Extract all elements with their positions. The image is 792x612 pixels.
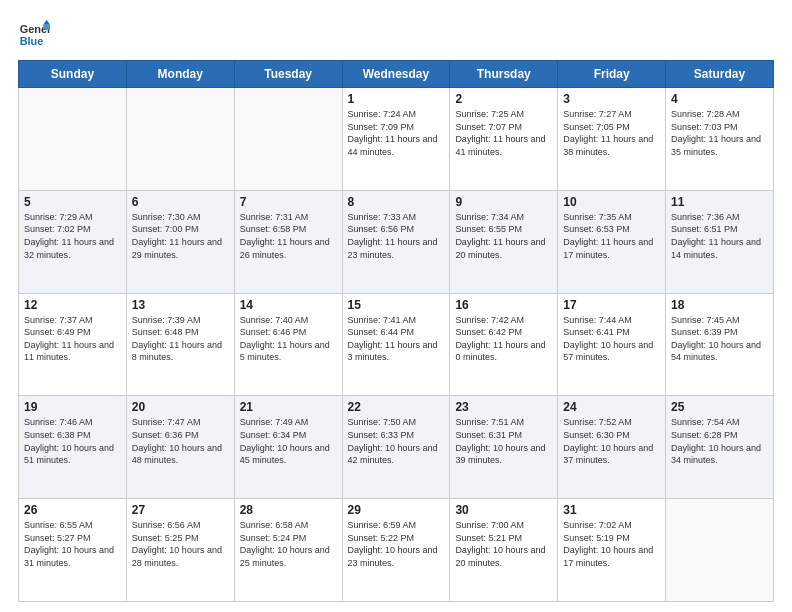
calendar-cell: 18Sunrise: 7:45 AM Sunset: 6:39 PM Dayli…	[666, 293, 774, 396]
weekday-header-friday: Friday	[558, 61, 666, 88]
day-number: 29	[348, 503, 445, 517]
calendar-cell: 28Sunrise: 6:58 AM Sunset: 5:24 PM Dayli…	[234, 499, 342, 602]
calendar-page: General Blue SundayMondayTuesdayWednesda…	[0, 0, 792, 612]
day-number: 3	[563, 92, 660, 106]
calendar-cell: 22Sunrise: 7:50 AM Sunset: 6:33 PM Dayli…	[342, 396, 450, 499]
calendar-cell: 17Sunrise: 7:44 AM Sunset: 6:41 PM Dayli…	[558, 293, 666, 396]
day-info: Sunrise: 7:36 AM Sunset: 6:51 PM Dayligh…	[671, 211, 768, 261]
calendar-cell: 25Sunrise: 7:54 AM Sunset: 6:28 PM Dayli…	[666, 396, 774, 499]
calendar-cell: 23Sunrise: 7:51 AM Sunset: 6:31 PM Dayli…	[450, 396, 558, 499]
day-number: 13	[132, 298, 229, 312]
day-info: Sunrise: 7:50 AM Sunset: 6:33 PM Dayligh…	[348, 416, 445, 466]
day-info: Sunrise: 6:56 AM Sunset: 5:25 PM Dayligh…	[132, 519, 229, 569]
day-info: Sunrise: 7:35 AM Sunset: 6:53 PM Dayligh…	[563, 211, 660, 261]
calendar-cell	[234, 88, 342, 191]
day-info: Sunrise: 7:27 AM Sunset: 7:05 PM Dayligh…	[563, 108, 660, 158]
calendar-cell: 2Sunrise: 7:25 AM Sunset: 7:07 PM Daylig…	[450, 88, 558, 191]
day-info: Sunrise: 6:55 AM Sunset: 5:27 PM Dayligh…	[24, 519, 121, 569]
logo-icon: General Blue	[18, 18, 50, 50]
day-number: 20	[132, 400, 229, 414]
day-info: Sunrise: 7:34 AM Sunset: 6:55 PM Dayligh…	[455, 211, 552, 261]
calendar-cell: 1Sunrise: 7:24 AM Sunset: 7:09 PM Daylig…	[342, 88, 450, 191]
calendar-cell: 8Sunrise: 7:33 AM Sunset: 6:56 PM Daylig…	[342, 190, 450, 293]
day-number: 6	[132, 195, 229, 209]
day-info: Sunrise: 7:00 AM Sunset: 5:21 PM Dayligh…	[455, 519, 552, 569]
day-info: Sunrise: 7:41 AM Sunset: 6:44 PM Dayligh…	[348, 314, 445, 364]
calendar-cell: 16Sunrise: 7:42 AM Sunset: 6:42 PM Dayli…	[450, 293, 558, 396]
day-info: Sunrise: 7:45 AM Sunset: 6:39 PM Dayligh…	[671, 314, 768, 364]
weekday-header-monday: Monday	[126, 61, 234, 88]
day-info: Sunrise: 7:02 AM Sunset: 5:19 PM Dayligh…	[563, 519, 660, 569]
weekday-header-wednesday: Wednesday	[342, 61, 450, 88]
day-number: 14	[240, 298, 337, 312]
logo: General Blue	[18, 18, 50, 50]
svg-text:Blue: Blue	[20, 35, 44, 47]
svg-marker-3	[43, 25, 50, 30]
week-row-4: 19Sunrise: 7:46 AM Sunset: 6:38 PM Dayli…	[19, 396, 774, 499]
day-number: 25	[671, 400, 768, 414]
calendar-cell: 19Sunrise: 7:46 AM Sunset: 6:38 PM Dayli…	[19, 396, 127, 499]
calendar-cell	[126, 88, 234, 191]
day-number: 7	[240, 195, 337, 209]
week-row-3: 12Sunrise: 7:37 AM Sunset: 6:49 PM Dayli…	[19, 293, 774, 396]
calendar-cell: 20Sunrise: 7:47 AM Sunset: 6:36 PM Dayli…	[126, 396, 234, 499]
week-row-5: 26Sunrise: 6:55 AM Sunset: 5:27 PM Dayli…	[19, 499, 774, 602]
day-number: 5	[24, 195, 121, 209]
day-number: 23	[455, 400, 552, 414]
weekday-header-saturday: Saturday	[666, 61, 774, 88]
day-info: Sunrise: 7:52 AM Sunset: 6:30 PM Dayligh…	[563, 416, 660, 466]
day-number: 30	[455, 503, 552, 517]
day-number: 2	[455, 92, 552, 106]
calendar-cell: 4Sunrise: 7:28 AM Sunset: 7:03 PM Daylig…	[666, 88, 774, 191]
weekday-header-row: SundayMondayTuesdayWednesdayThursdayFrid…	[19, 61, 774, 88]
calendar-cell	[19, 88, 127, 191]
day-info: Sunrise: 7:46 AM Sunset: 6:38 PM Dayligh…	[24, 416, 121, 466]
calendar-cell: 14Sunrise: 7:40 AM Sunset: 6:46 PM Dayli…	[234, 293, 342, 396]
day-number: 9	[455, 195, 552, 209]
day-number: 4	[671, 92, 768, 106]
day-info: Sunrise: 7:31 AM Sunset: 6:58 PM Dayligh…	[240, 211, 337, 261]
calendar-cell: 9Sunrise: 7:34 AM Sunset: 6:55 PM Daylig…	[450, 190, 558, 293]
day-number: 17	[563, 298, 660, 312]
day-info: Sunrise: 7:44 AM Sunset: 6:41 PM Dayligh…	[563, 314, 660, 364]
day-number: 19	[24, 400, 121, 414]
day-number: 21	[240, 400, 337, 414]
day-number: 27	[132, 503, 229, 517]
weekday-header-sunday: Sunday	[19, 61, 127, 88]
calendar-cell: 12Sunrise: 7:37 AM Sunset: 6:49 PM Dayli…	[19, 293, 127, 396]
week-row-2: 5Sunrise: 7:29 AM Sunset: 7:02 PM Daylig…	[19, 190, 774, 293]
day-info: Sunrise: 6:58 AM Sunset: 5:24 PM Dayligh…	[240, 519, 337, 569]
day-number: 31	[563, 503, 660, 517]
day-info: Sunrise: 7:39 AM Sunset: 6:48 PM Dayligh…	[132, 314, 229, 364]
header: General Blue	[18, 18, 774, 50]
calendar-cell: 29Sunrise: 6:59 AM Sunset: 5:22 PM Dayli…	[342, 499, 450, 602]
calendar-table: SundayMondayTuesdayWednesdayThursdayFrid…	[18, 60, 774, 602]
weekday-header-thursday: Thursday	[450, 61, 558, 88]
calendar-cell: 24Sunrise: 7:52 AM Sunset: 6:30 PM Dayli…	[558, 396, 666, 499]
day-info: Sunrise: 7:28 AM Sunset: 7:03 PM Dayligh…	[671, 108, 768, 158]
day-info: Sunrise: 7:54 AM Sunset: 6:28 PM Dayligh…	[671, 416, 768, 466]
calendar-cell: 26Sunrise: 6:55 AM Sunset: 5:27 PM Dayli…	[19, 499, 127, 602]
calendar-cell: 30Sunrise: 7:00 AM Sunset: 5:21 PM Dayli…	[450, 499, 558, 602]
day-number: 15	[348, 298, 445, 312]
day-number: 8	[348, 195, 445, 209]
day-info: Sunrise: 7:47 AM Sunset: 6:36 PM Dayligh…	[132, 416, 229, 466]
day-number: 28	[240, 503, 337, 517]
day-info: Sunrise: 7:40 AM Sunset: 6:46 PM Dayligh…	[240, 314, 337, 364]
day-info: Sunrise: 7:25 AM Sunset: 7:07 PM Dayligh…	[455, 108, 552, 158]
calendar-cell: 5Sunrise: 7:29 AM Sunset: 7:02 PM Daylig…	[19, 190, 127, 293]
day-info: Sunrise: 7:24 AM Sunset: 7:09 PM Dayligh…	[348, 108, 445, 158]
weekday-header-tuesday: Tuesday	[234, 61, 342, 88]
day-number: 26	[24, 503, 121, 517]
calendar-cell: 3Sunrise: 7:27 AM Sunset: 7:05 PM Daylig…	[558, 88, 666, 191]
day-info: Sunrise: 7:30 AM Sunset: 7:00 PM Dayligh…	[132, 211, 229, 261]
day-number: 10	[563, 195, 660, 209]
calendar-cell: 7Sunrise: 7:31 AM Sunset: 6:58 PM Daylig…	[234, 190, 342, 293]
day-number: 22	[348, 400, 445, 414]
calendar-cell: 15Sunrise: 7:41 AM Sunset: 6:44 PM Dayli…	[342, 293, 450, 396]
day-number: 16	[455, 298, 552, 312]
day-number: 12	[24, 298, 121, 312]
calendar-cell: 27Sunrise: 6:56 AM Sunset: 5:25 PM Dayli…	[126, 499, 234, 602]
day-info: Sunrise: 7:49 AM Sunset: 6:34 PM Dayligh…	[240, 416, 337, 466]
week-row-1: 1Sunrise: 7:24 AM Sunset: 7:09 PM Daylig…	[19, 88, 774, 191]
